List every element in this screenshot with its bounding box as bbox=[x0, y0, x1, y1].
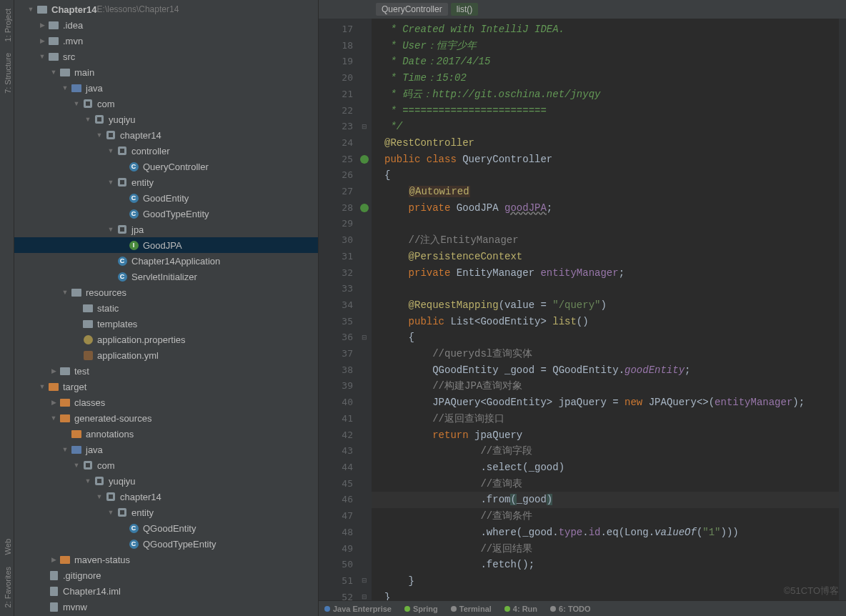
breadcrumb-method[interactable]: list() bbox=[451, 3, 479, 16]
code-line[interactable]: * User：恒宇少年 bbox=[384, 38, 839, 54]
expand-arrow-icon[interactable]: ▶ bbox=[49, 399, 59, 406]
code-line[interactable]: //返回查询接口 bbox=[384, 411, 839, 427]
fold-icon[interactable]: ⊟ bbox=[362, 572, 367, 589]
fold-icon[interactable]: ⊟ bbox=[362, 119, 367, 135]
code-line[interactable]: .from(_good) bbox=[372, 492, 839, 508]
code-line[interactable]: public List<GoodEntity> list() bbox=[384, 314, 839, 330]
tree-item[interactable]: ▼com bbox=[14, 96, 318, 111]
code-line[interactable]: public class QueryController bbox=[384, 151, 839, 168]
expand-arrow-icon[interactable]: ▼ bbox=[37, 53, 47, 60]
tree-item[interactable]: templates bbox=[14, 316, 318, 332]
tree-item[interactable]: ▼controller bbox=[14, 143, 318, 159]
code-line[interactable]: return jpaQuery bbox=[384, 427, 839, 444]
tree-item[interactable]: ▼main bbox=[14, 64, 318, 80]
tree-item[interactable]: mvnw bbox=[14, 599, 318, 615]
tree-item[interactable]: ▼java bbox=[14, 80, 318, 96]
tab-todo[interactable]: 6: TODO bbox=[550, 605, 590, 613]
code-line[interactable]: * Date：2017/4/15 bbox=[384, 54, 839, 70]
code-line[interactable]: JPAQuery<GoodEntity> jpaQuery = new JPAQ… bbox=[384, 394, 839, 411]
expand-arrow-icon[interactable]: ▼ bbox=[60, 84, 70, 91]
tab-terminal[interactable]: Terminal bbox=[451, 605, 492, 613]
code-line[interactable]: //构建JPA查询对象 bbox=[384, 378, 839, 394]
tree-item[interactable]: application.properties bbox=[14, 332, 318, 347]
tree-item[interactable]: ▼entity bbox=[14, 174, 318, 190]
tree-item[interactable]: ▼entity bbox=[14, 505, 318, 520]
tree-item[interactable]: static bbox=[14, 300, 318, 316]
tree-item[interactable]: ▼resources bbox=[14, 284, 318, 300]
code-line[interactable]: //查询字段 bbox=[384, 443, 839, 459]
code-line[interactable]: @Autowired bbox=[384, 184, 839, 200]
tree-item[interactable]: ▶test bbox=[14, 363, 318, 379]
tree-item[interactable]: CQueryController bbox=[14, 159, 318, 174]
expand-arrow-icon[interactable]: ▼ bbox=[26, 6, 36, 13]
tree-item[interactable]: ▶.mvn bbox=[14, 33, 318, 49]
code-line[interactable]: QGoodEntity _good = QGoodEntity.goodEnti… bbox=[384, 362, 839, 379]
expand-arrow-icon[interactable]: ▼ bbox=[37, 383, 47, 390]
code-line[interactable]: } bbox=[384, 573, 839, 590]
expand-arrow-icon[interactable]: ▼ bbox=[49, 414, 59, 422]
code-line[interactable] bbox=[384, 281, 839, 297]
tree-item[interactable]: application.yml bbox=[14, 347, 318, 363]
code-line[interactable]: .fetch(); bbox=[384, 557, 839, 573]
code-line[interactable]: * 码云：http://git.oschina.net/jnyqy bbox=[384, 86, 839, 103]
tree-item[interactable]: ▼src bbox=[14, 49, 318, 64]
expand-arrow-icon[interactable]: ▼ bbox=[71, 462, 81, 469]
expand-arrow-icon[interactable]: ▼ bbox=[83, 477, 93, 485]
tree-item[interactable]: ▼java bbox=[14, 442, 318, 457]
scrollbar[interactable] bbox=[839, 19, 846, 616]
gutter-marker-icon[interactable] bbox=[360, 204, 369, 212]
code-line[interactable]: { bbox=[384, 167, 839, 184]
expand-arrow-icon[interactable]: ▼ bbox=[71, 100, 81, 107]
expand-arrow-icon[interactable]: ▼ bbox=[94, 493, 104, 500]
tree-item[interactable]: .gitignore bbox=[14, 567, 318, 583]
tab-run[interactable]: 4: Run bbox=[504, 605, 537, 613]
expand-arrow-icon[interactable]: ▼ bbox=[94, 131, 104, 139]
expand-arrow-icon[interactable]: ▼ bbox=[106, 226, 116, 233]
expand-arrow-icon[interactable]: ▼ bbox=[83, 116, 93, 123]
tree-item[interactable]: ▶.idea bbox=[14, 17, 318, 33]
sidetab-structure[interactable]: 7: Structure bbox=[0, 47, 14, 99]
tree-item[interactable]: ▶classes bbox=[14, 394, 318, 410]
tree-item[interactable]: CGoodEntity bbox=[14, 190, 318, 206]
tab-java-enterprise[interactable]: Java Enterprise bbox=[324, 605, 392, 613]
expand-arrow-icon[interactable]: ▶ bbox=[37, 37, 47, 44]
expand-arrow-icon[interactable]: ▼ bbox=[60, 446, 70, 453]
tree-item[interactable]: ▼Chapter14 E:\lessons\Chapter14 bbox=[14, 1, 318, 17]
tree-item[interactable]: ▼com bbox=[14, 457, 318, 473]
tree-item[interactable]: ▼chapter14 bbox=[14, 489, 318, 505]
tree-item[interactable]: ▼yuqiyu bbox=[14, 111, 318, 127]
code-line[interactable]: @RestController bbox=[384, 135, 839, 151]
code-line[interactable]: .where(_good.type.id.eq(Long.valueOf("1"… bbox=[384, 525, 839, 541]
tree-item[interactable]: annotations bbox=[14, 426, 318, 442]
sidetab-web[interactable]: Web bbox=[0, 533, 14, 560]
expand-arrow-icon[interactable]: ▼ bbox=[106, 147, 116, 154]
tree-item[interactable]: ▼jpa bbox=[14, 222, 318, 237]
tree-item[interactable]: CQGoodTypeEntity bbox=[14, 536, 318, 552]
code-line[interactable]: * Created with IntelliJ IDEA. bbox=[384, 21, 839, 38]
code-line[interactable]: * Time：15:02 bbox=[384, 70, 839, 86]
code-line[interactable]: //查询表 bbox=[384, 476, 839, 492]
tree-item[interactable]: CChapter14Application bbox=[14, 253, 318, 269]
tree-item[interactable]: ▶maven-status bbox=[14, 552, 318, 567]
code-line[interactable] bbox=[384, 216, 839, 232]
breadcrumb-class[interactable]: QueryController bbox=[376, 3, 448, 16]
code-line[interactable]: * ======================== bbox=[384, 103, 839, 119]
expand-arrow-icon[interactable]: ▶ bbox=[49, 556, 59, 563]
sidetab-project[interactable]: 1: Project bbox=[0, 3, 14, 47]
expand-arrow-icon[interactable]: ▼ bbox=[106, 509, 116, 516]
code-line[interactable]: { bbox=[384, 329, 839, 346]
code-line[interactable]: */ bbox=[384, 119, 839, 135]
code-line[interactable]: //返回结果 bbox=[384, 541, 839, 557]
expand-arrow-icon[interactable]: ▶ bbox=[49, 367, 59, 374]
tree-item[interactable]: ▼yuqiyu bbox=[14, 473, 318, 489]
code-line[interactable]: @RequestMapping(value = "/query") bbox=[384, 297, 839, 314]
code-line[interactable]: private EntityManager entityManager; bbox=[384, 265, 839, 282]
code-line[interactable]: @PersistenceContext bbox=[384, 249, 839, 265]
gutter-marker-icon[interactable] bbox=[360, 155, 369, 164]
code-editor[interactable]: * Created with IntelliJ IDEA. * User：恒宇少… bbox=[372, 19, 839, 616]
tree-item[interactable]: ▼target bbox=[14, 379, 318, 394]
tree-item[interactable]: IGoodJPA bbox=[14, 237, 318, 253]
expand-arrow-icon[interactable]: ▼ bbox=[49, 69, 59, 76]
sidetab-favorites[interactable]: 2: Favorites bbox=[0, 561, 14, 613]
tab-spring[interactable]: Spring bbox=[404, 605, 438, 613]
